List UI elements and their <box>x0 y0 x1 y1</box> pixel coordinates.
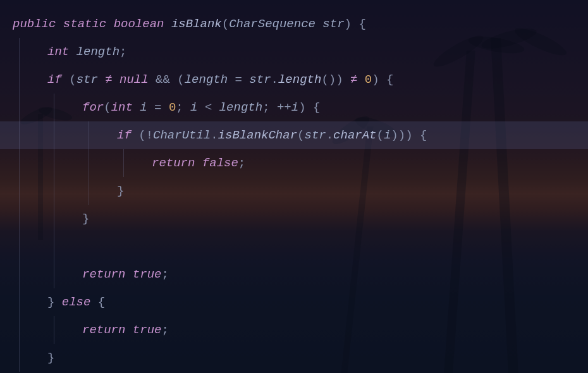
token-punc: { <box>313 101 320 114</box>
token-cls: CharSequence <box>229 17 315 31</box>
token-op: && <box>156 73 170 87</box>
token-punc: ( <box>177 73 184 87</box>
token-fn: length <box>278 73 321 87</box>
token-id: i <box>291 101 298 114</box>
token-punc: { <box>420 128 427 142</box>
token-kw: public <box>13 17 56 31</box>
token-op: < <box>205 101 212 114</box>
token-sp <box>125 323 132 337</box>
code-line[interactable]: } <box>0 177 588 205</box>
indent-guide <box>19 94 20 121</box>
token-flow: return <box>82 323 125 337</box>
code-editor[interactable]: public static boolean isBlank(CharSequen… <box>0 0 588 373</box>
token-fn: isBlankChar <box>218 128 297 142</box>
code-line-content: } else { <box>13 295 105 309</box>
token-punc: . <box>326 128 333 142</box>
token-type: boolean <box>114 17 164 31</box>
token-punc: ) <box>405 128 412 142</box>
token-type: int <box>111 101 133 114</box>
code-line-content: return false; <box>13 156 245 170</box>
code-line[interactable] <box>0 233 588 260</box>
token-punc: ) <box>372 73 379 87</box>
token-op: = <box>235 73 242 87</box>
code-line-content <box>13 240 82 254</box>
token-id: str <box>322 17 344 31</box>
token-sp <box>54 295 61 309</box>
token-sp <box>195 156 202 170</box>
code-line[interactable]: if (!CharUtil.isBlankChar(str.charAt(i))… <box>0 121 588 149</box>
code-line[interactable]: } <box>0 344 588 372</box>
token-punc: } <box>82 212 89 226</box>
token-sp <box>270 101 277 114</box>
token-id: str <box>77 73 98 87</box>
token-punc: ; <box>119 45 126 59</box>
token-bool: true <box>133 323 162 337</box>
token-punc: ( <box>69 73 76 87</box>
indent-guide <box>19 205 20 233</box>
code-line-content: for(int i = 0; i < length; ++i) { <box>13 101 320 114</box>
indent-guide <box>19 288 20 316</box>
indent-guide <box>54 94 54 121</box>
token-sp <box>379 73 386 87</box>
indent-guide <box>54 149 54 177</box>
token-punc: ; <box>238 156 245 170</box>
token-kw: static <box>63 17 106 31</box>
token-sp <box>183 101 190 114</box>
token-punc: { <box>98 295 105 309</box>
indent-guide <box>19 344 20 372</box>
token-sp <box>164 17 171 31</box>
token-sp <box>170 73 177 87</box>
token-punc: { <box>386 73 393 87</box>
code-line[interactable]: public static boolean isBlank(CharSequen… <box>0 10 588 38</box>
token-sp <box>161 101 168 114</box>
indent-guide <box>19 66 20 94</box>
code-line[interactable]: } <box>0 205 588 233</box>
token-sp <box>125 267 132 281</box>
code-line-content: int length; <box>13 45 126 59</box>
token-id: str <box>304 128 326 142</box>
token-punc: . <box>211 128 217 142</box>
token-punc: ( <box>222 17 229 31</box>
code-line[interactable]: if (str ≠ null && (length = str.length()… <box>0 66 588 94</box>
code-line-content: if (str ≠ null && (length = str.length()… <box>13 73 393 87</box>
token-punc: () <box>321 73 336 87</box>
indent-guide <box>19 149 20 177</box>
token-op: = <box>154 101 161 114</box>
token-punc: . <box>271 73 278 87</box>
token-punc: ) <box>391 128 398 142</box>
indent-guide <box>54 205 54 233</box>
indent-guide <box>89 149 89 177</box>
token-punc: ( <box>104 101 111 114</box>
token-punc: ; <box>176 101 183 114</box>
indent-guide <box>89 177 89 205</box>
indent-guide <box>54 260 54 288</box>
token-flow: if <box>117 128 132 142</box>
token-punc: { <box>358 17 365 31</box>
code-line-content: } <box>13 184 124 198</box>
token-punc: ; <box>161 323 168 337</box>
indent-guide <box>89 121 89 149</box>
code-line[interactable]: for(int i = 0; i < length; ++i) { <box>0 94 588 121</box>
token-id: i <box>384 128 391 142</box>
code-line-content: } <box>13 212 89 226</box>
token-op: ! <box>146 128 153 142</box>
code-line[interactable]: return false; <box>0 149 588 177</box>
token-punc: ) <box>398 128 405 142</box>
token-punc: ) <box>336 73 343 87</box>
code-line[interactable]: return true; <box>0 316 588 344</box>
token-sp <box>90 295 97 309</box>
token-type: int <box>47 45 69 59</box>
indent-guide <box>19 121 20 149</box>
code-line[interactable]: return true; <box>0 260 588 288</box>
indent-guide <box>19 233 20 260</box>
token-flow: return <box>152 156 195 170</box>
code-line[interactable]: int length; <box>0 38 588 66</box>
token-punc: ) <box>345 17 352 31</box>
code-line[interactable]: } else { <box>0 288 588 316</box>
token-op: ++ <box>277 101 291 114</box>
token-flow: return <box>82 267 125 281</box>
token-id: str <box>249 73 271 87</box>
token-sp <box>212 101 219 114</box>
token-flow: else <box>62 295 91 309</box>
token-num: 0 <box>365 73 372 87</box>
